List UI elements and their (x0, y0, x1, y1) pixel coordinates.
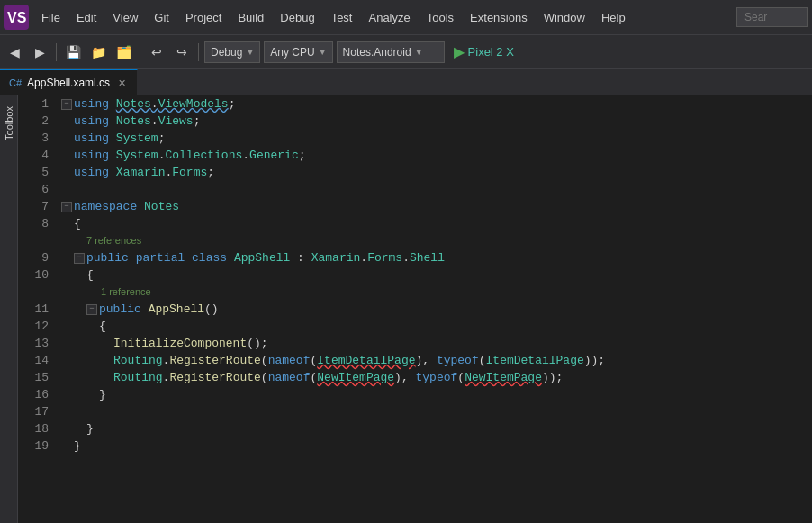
collapse-11[interactable]: − (86, 304, 97, 315)
line-num-19: 19 (22, 437, 49, 455)
line-num-9: 9 (22, 249, 49, 266)
line-num-11: 11 (22, 301, 49, 318)
line-num-12: 12 (22, 318, 49, 335)
debug-config-label: Debug (211, 46, 242, 59)
menu-analyze[interactable]: Analyze (361, 7, 417, 28)
platform-dropdown[interactable]: Any CPU ▼ (264, 41, 332, 63)
line-num-16: 16 (22, 386, 49, 403)
menu-bar: VS File Edit View Git Project Build Debu… (0, 0, 812, 34)
open-button[interactable]: 📁 (87, 41, 109, 63)
csharp-file-icon: C# (9, 77, 22, 88)
redo-button[interactable]: ↪ (171, 41, 193, 63)
line-num-5: 5 (22, 164, 49, 181)
project-dropdown[interactable]: Notes.Android ▼ (337, 41, 445, 63)
line-num-14: 14 (22, 352, 49, 369)
svg-text:VS: VS (7, 10, 27, 25)
menu-build[interactable]: Build (230, 7, 271, 28)
search-input[interactable] (736, 7, 808, 27)
code-line-16: } (58, 386, 812, 403)
code-content[interactable]: − using Notes.ViewModels ; using Notes .… (58, 95, 812, 523)
vs-logo-icon: VS (4, 5, 29, 30)
project-label: Notes.Android (343, 46, 411, 59)
menu-edit[interactable]: Edit (69, 7, 104, 28)
main-content: 1 2 3 4 5 6 7 8 9 10 11 12 13 14 15 16 1… (18, 95, 812, 523)
menu-help[interactable]: Help (594, 7, 633, 28)
code-line-13: InitializeComponent (); (58, 335, 812, 352)
tab-close-button[interactable]: ✕ (115, 77, 128, 89)
code-ref-1-reference[interactable]: 1 reference (58, 284, 812, 301)
code-line-18: } (58, 420, 812, 437)
menu-window[interactable]: Window (537, 7, 592, 28)
save-button[interactable]: 💾 (62, 41, 84, 63)
code-line-14: Routing . RegisterRoute ( nameof ( ItemD… (58, 352, 812, 369)
back-button[interactable]: ◀ (4, 41, 25, 63)
menu-project[interactable]: Project (178, 7, 229, 28)
tab-label: AppShell.xaml.cs (27, 77, 110, 89)
code-line-6 (58, 181, 812, 198)
line-num-15: 15 (22, 369, 49, 386)
platform-label: Any CPU (270, 46, 314, 59)
project-arrow-icon: ▼ (415, 48, 423, 57)
code-ref-7-references[interactable]: 7 references (58, 232, 812, 249)
collapse-1[interactable]: − (61, 99, 72, 110)
tab-appshell[interactable]: C# AppShell.xaml.cs ✕ (0, 69, 138, 95)
separator-3 (198, 43, 199, 61)
code-line-8: { (58, 215, 812, 232)
menu-extensions[interactable]: Extensions (463, 7, 535, 28)
line-num-ref2 (22, 284, 49, 301)
line-num-18: 18 (22, 420, 49, 437)
code-line-2: using Notes . Views ; (58, 113, 812, 130)
code-line-5: using Xamarin . Forms ; (58, 164, 812, 181)
line-num-4: 4 (22, 147, 49, 164)
line-num-13: 13 (22, 335, 49, 352)
play-icon: ▶ (454, 43, 465, 60)
code-line-15: Routing . RegisterRoute ( nameof ( NewIt… (58, 369, 812, 386)
code-line-17 (58, 403, 812, 420)
run-button[interactable]: ▶ Pixel 2 X (448, 43, 519, 60)
menu-git[interactable]: Git (147, 7, 176, 28)
code-line-11: − public AppShell () (58, 301, 812, 318)
line-numbers: 1 2 3 4 5 6 7 8 9 10 11 12 13 14 15 16 1… (18, 95, 58, 523)
separator-2 (140, 43, 140, 61)
save-all-button[interactable]: 🗂️ (113, 41, 134, 63)
forward-button[interactable]: ▶ (29, 41, 50, 63)
line-num-10: 10 (22, 266, 49, 284)
code-line-12: { (58, 318, 812, 335)
line-num-2: 2 (22, 113, 49, 130)
line-num-7: 7 (22, 198, 49, 215)
code-line-7: − namespace Notes (58, 198, 812, 215)
toolbox-label[interactable]: Toolbox (4, 106, 14, 140)
line-num-3: 3 (22, 130, 49, 147)
collapse-9[interactable]: − (74, 253, 85, 264)
collapse-7[interactable]: − (61, 202, 72, 212)
debug-config-dropdown[interactable]: Debug ▼ (204, 41, 260, 63)
code-line-4: using System . Collections . Generic ; (58, 147, 812, 164)
code-editor: 1 2 3 4 5 6 7 8 9 10 11 12 13 14 15 16 1… (18, 95, 812, 523)
code-line-10: { (58, 266, 812, 284)
line-num-6: 6 (22, 181, 49, 198)
tab-bar: C# AppShell.xaml.cs ✕ (0, 68, 812, 95)
line-num-1: 1 (22, 95, 49, 113)
code-line-9: − public partial class AppShell : Xamari… (58, 249, 812, 266)
code-lines: 1 2 3 4 5 6 7 8 9 10 11 12 13 14 15 16 1… (18, 95, 812, 523)
menu-view[interactable]: View (105, 7, 145, 28)
menu-file[interactable]: File (34, 7, 68, 28)
debug-config-arrow-icon: ▼ (246, 48, 254, 57)
line-num-17: 17 (22, 403, 49, 420)
toolbar: ◀ ▶ 💾 📁 🗂️ ↩ ↪ Debug ▼ Any CPU ▼ Notes.A… (0, 34, 812, 68)
device-label: Pixel 2 X (468, 45, 514, 59)
separator-1 (56, 43, 57, 61)
line-num-ref1 (22, 232, 49, 249)
undo-button[interactable]: ↩ (146, 41, 167, 63)
code-line-3: using System ; (58, 130, 812, 147)
platform-arrow-icon: ▼ (319, 48, 327, 57)
menu-debug[interactable]: Debug (273, 7, 321, 28)
toolbox-sidebar: Toolbox (0, 95, 18, 523)
menu-test[interactable]: Test (324, 7, 360, 28)
code-line-1: − using Notes.ViewModels ; (58, 95, 812, 113)
code-line-19: } (58, 437, 812, 455)
menu-tools[interactable]: Tools (420, 7, 461, 28)
line-num-8: 8 (22, 215, 49, 232)
